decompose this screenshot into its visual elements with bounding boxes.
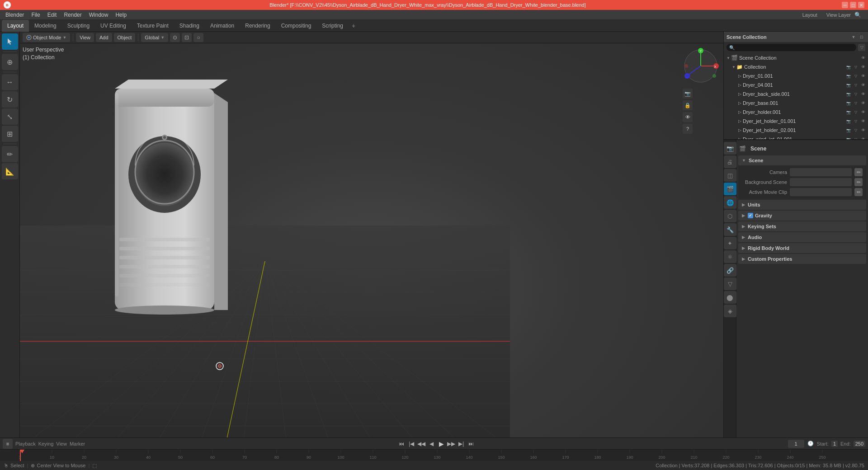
menu-help[interactable]: Help — [112, 11, 130, 19]
prop-tab-physics[interactable]: ⚛ — [724, 250, 736, 263]
filter-icon[interactable]: ▽ — [853, 91, 859, 97]
prop-tab-material[interactable]: ⬤ — [724, 291, 736, 304]
cam-icon[interactable]: 📷 — [845, 91, 852, 97]
section-audio-header[interactable]: ▶ Audio — [738, 232, 866, 242]
camera-eyedropper[interactable]: ✏ — [854, 168, 863, 176]
tool-move[interactable]: ↔ — [2, 74, 18, 90]
prev-keyframe-btn[interactable]: |◀ — [407, 440, 415, 448]
movie-clip-eyedropper[interactable]: ✏ — [854, 188, 863, 196]
visibility-icon[interactable]: 👁 — [860, 64, 866, 70]
nav-walk[interactable]: 👁 — [683, 112, 693, 122]
outliner-search-input[interactable]: 🔍 — [726, 44, 856, 51]
prop-tab-scene[interactable]: 🎬 — [724, 183, 736, 195]
jump-end-btn[interactable]: ⏭ — [467, 440, 475, 448]
view-menu[interactable]: View — [56, 441, 67, 446]
section-scene-header[interactable]: ▼ Scene — [738, 155, 866, 165]
view-menu[interactable]: View — [76, 33, 94, 42]
viewport-3d[interactable]: User Perspective (1) Collection X Y — [20, 43, 723, 448]
eye-icon[interactable]: 👁 — [860, 100, 866, 106]
tab-shading[interactable]: Shading — [174, 20, 205, 32]
eye-icon[interactable]: 👁 — [860, 136, 866, 140]
tab-uv-editing[interactable]: UV Editing — [95, 20, 132, 32]
prop-tab-data[interactable]: ▽ — [724, 277, 736, 290]
section-gravity-header[interactable]: ▶ ✓ Gravity — [738, 211, 866, 221]
tool-transform[interactable]: ⊞ — [2, 126, 18, 142]
filter-icon[interactable]: ▽ — [853, 64, 859, 70]
section-keying-sets-header[interactable]: ▶ Keying Sets — [738, 221, 866, 231]
search-button[interactable]: 🔍 — [853, 10, 863, 19]
gravity-checkbox[interactable]: ✓ — [748, 213, 753, 218]
tab-texture-paint[interactable]: Texture Paint — [132, 20, 174, 32]
list-item[interactable]: ▷ Dyer_jet_holder_02.001 📷 ▽ 👁 — [724, 126, 868, 135]
list-item[interactable]: ▷ Dyer_jet_holder_01.001 📷 ▽ 👁 — [724, 117, 868, 126]
cam-icon[interactable]: 📷 — [845, 64, 852, 70]
filter-icon[interactable]: ▽ — [853, 136, 859, 140]
menu-edit[interactable]: Edit — [44, 11, 61, 19]
prop-tab-object[interactable]: ⬡ — [724, 210, 736, 222]
tab-sculpting[interactable]: Sculpting — [62, 20, 95, 32]
jump-start-btn[interactable]: ⏮ — [397, 440, 406, 448]
tool-annotate[interactable]: ✏ — [2, 146, 18, 162]
tool-scale[interactable]: ⤡ — [2, 108, 18, 125]
outliner-filter-btn[interactable]: ▼ — [850, 33, 857, 41]
add-workspace-button[interactable]: + — [349, 21, 359, 31]
cam-icon[interactable]: 📷 — [845, 82, 852, 88]
prop-tab-modifier[interactable]: 🔧 — [724, 223, 736, 236]
outliner-scene-collection[interactable]: ▼ 🎬 Scene Collection 👁 — [724, 53, 868, 62]
section-custom-props-header[interactable]: ▶ Custom Properties — [738, 254, 866, 264]
tab-animation[interactable]: Animation — [205, 20, 240, 32]
end-frame-input[interactable]: 250 — [854, 441, 865, 447]
cam-icon[interactable]: 📷 — [845, 100, 852, 106]
snap-button[interactable]: ⊡ — [182, 33, 192, 42]
step-forward-btn[interactable]: ▶▶ — [447, 440, 455, 448]
tab-compositing[interactable]: Compositing — [276, 20, 317, 32]
list-item[interactable]: ▷ Dyer_wind_jet_01.001 📷 ▽ 👁 — [724, 135, 868, 140]
mode-selector[interactable]: Object Mode ▼ — [23, 33, 70, 42]
outliner-collection[interactable]: ▼ 📁 Collection 📷 ▽ 👁 — [724, 62, 868, 71]
eye-icon[interactable]: 👁 — [860, 109, 866, 115]
proportional-button[interactable]: ○ — [193, 33, 203, 42]
step-back-btn[interactable]: ◀◀ — [417, 440, 425, 448]
navigation-gizmo[interactable]: X Y — [683, 48, 719, 84]
cam-icon[interactable]: 📷 — [845, 127, 852, 133]
background-scene-input[interactable] — [790, 178, 852, 186]
filter-icon[interactable]: ▽ — [853, 82, 859, 88]
play-back-btn[interactable]: ◀ — [427, 440, 435, 448]
tool-rotate[interactable]: ↻ — [2, 91, 18, 108]
section-units-header[interactable]: ▶ Units — [738, 200, 866, 210]
prop-tab-texture[interactable]: ◈ — [724, 305, 736, 317]
play-btn[interactable]: ▶ — [437, 440, 445, 448]
list-item[interactable]: ▷ Dryer_base.001 📷 ▽ 👁 — [724, 99, 868, 108]
tab-scripting[interactable]: Scripting — [316, 20, 349, 32]
list-item[interactable]: ▷ Dryer_01.001 📷 ▽ 👁 — [724, 71, 868, 80]
prop-tab-view-layer[interactable]: ◫ — [724, 169, 736, 182]
filter-icon[interactable]: ▽ — [853, 100, 859, 106]
menu-file[interactable]: File — [28, 11, 43, 19]
cam-icon[interactable]: 📷 — [845, 118, 852, 124]
current-frame-input[interactable]: 1 — [788, 440, 804, 448]
eye-icon[interactable]: 👁 — [860, 118, 866, 124]
timeline-menu-btn[interactable]: ≡ — [3, 439, 13, 449]
list-item[interactable]: ▷ Dryer_holder.001 📷 ▽ 👁 — [724, 108, 868, 117]
close-button[interactable]: ✕ — [858, 2, 864, 8]
keying-menu[interactable]: Keying — [38, 441, 54, 446]
tab-rendering[interactable]: Rendering — [240, 20, 275, 32]
start-frame-input[interactable]: 1 — [831, 441, 838, 447]
list-item[interactable]: ▷ Dryer_04.001 📷 ▽ 👁 — [724, 80, 868, 89]
background-scene-eyedropper[interactable]: ✏ — [854, 178, 863, 186]
tool-cursor[interactable]: ⊕ — [2, 54, 18, 70]
next-keyframe-btn[interactable]: ▶| — [457, 440, 465, 448]
menu-render[interactable]: Render — [60, 11, 85, 19]
nav-camera[interactable]: 📷 — [683, 89, 693, 99]
outliner-filter-icon[interactable]: ▽ — [858, 44, 865, 51]
nav-help[interactable]: ? — [683, 124, 693, 134]
prop-tab-output[interactable]: 🖨 — [724, 155, 736, 168]
filter-icon[interactable]: ▽ — [853, 127, 859, 133]
active-movie-clip-input[interactable] — [790, 188, 852, 196]
maximize-button[interactable]: □ — [850, 2, 856, 8]
object-menu[interactable]: Object — [114, 33, 136, 42]
cam-icon[interactable]: 📷 — [845, 136, 852, 140]
minimize-button[interactable]: ─ — [842, 2, 848, 8]
playback-menu[interactable]: Playback — [15, 441, 36, 446]
visibility-icon[interactable]: 👁 — [860, 55, 866, 61]
